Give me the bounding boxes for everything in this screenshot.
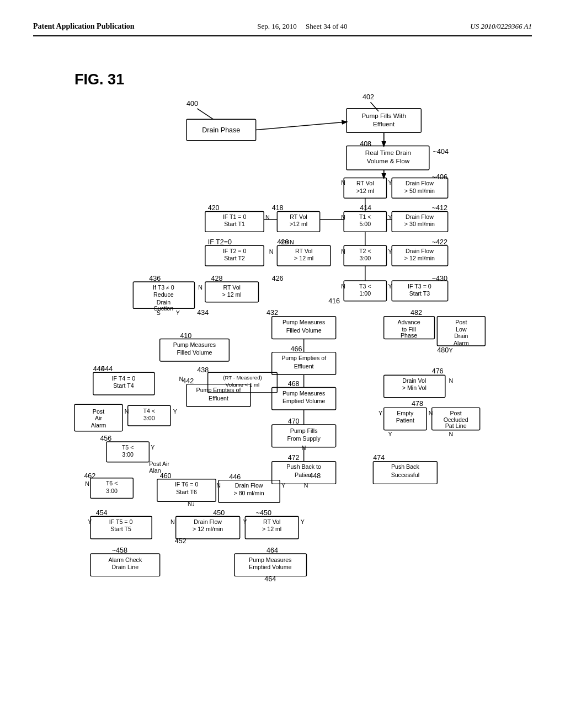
- page: Patent Application Publication Sep. 16, …: [0, 0, 565, 728]
- svg-text:426: 426: [277, 238, 289, 246]
- svg-text:Pump Measures: Pump Measures: [173, 341, 216, 348]
- svg-text:Pump Empties of: Pump Empties of: [281, 355, 326, 361]
- svg-text:RT Vol: RT Vol: [356, 180, 374, 186]
- svg-text:IF T6 = 0: IF T6 = 0: [175, 481, 199, 488]
- svg-text:468: 468: [288, 380, 300, 388]
- svg-text:428: 428: [211, 275, 222, 282]
- svg-text:~450: ~450: [256, 509, 271, 517]
- svg-text:From Supply: From Supply: [287, 435, 321, 442]
- svg-text:Post Air: Post Air: [149, 461, 169, 467]
- svg-text:Drain Phase: Drain Phase: [202, 126, 240, 134]
- svg-text:3:00: 3:00: [122, 451, 134, 458]
- svg-text:Reduce: Reduce: [153, 291, 174, 298]
- svg-text:Empty: Empty: [397, 410, 414, 416]
- svg-text:Drain: Drain: [454, 333, 468, 339]
- svg-text:N↓: N↓: [188, 500, 195, 507]
- svg-text:Y: Y: [176, 309, 180, 316]
- svg-text:442: 442: [182, 377, 194, 385]
- svg-text:Y: Y: [243, 518, 247, 525]
- svg-text:Drain Vol: Drain Vol: [402, 377, 426, 384]
- svg-text:~406: ~406: [432, 173, 447, 181]
- svg-text:Y: Y: [388, 283, 392, 290]
- svg-text:T5 <: T5 <: [122, 444, 134, 451]
- svg-text:460: 460: [160, 472, 172, 480]
- svg-text:446: 446: [229, 473, 241, 481]
- svg-text:402: 402: [363, 93, 374, 101]
- svg-line-7: [256, 122, 347, 130]
- sheet-info: Sheet 34 of 40: [306, 22, 347, 30]
- svg-text:420: 420: [208, 204, 220, 212]
- svg-text:N: N: [429, 410, 433, 416]
- svg-text:454: 454: [96, 509, 108, 517]
- svg-text:482: 482: [411, 309, 422, 317]
- svg-text:450: 450: [213, 509, 225, 517]
- svg-text:Volume & Flow: Volume & Flow: [367, 157, 410, 164]
- svg-text:Drain Flow: Drain Flow: [194, 518, 222, 525]
- svg-text:Y: Y: [388, 179, 392, 186]
- svg-text:IF T5 = 0: IF T5 = 0: [109, 518, 133, 525]
- svg-text:Patient: Patient: [396, 417, 414, 424]
- svg-text:Push Back: Push Back: [391, 463, 419, 470]
- svg-text:448: 448: [309, 472, 321, 480]
- svg-text:N: N: [216, 482, 221, 489]
- svg-text:Y: Y: [449, 347, 453, 354]
- svg-text:432: 432: [266, 309, 278, 317]
- svg-text:T1 <: T1 <: [359, 213, 371, 220]
- svg-text:Start T4: Start T4: [113, 382, 134, 389]
- svg-text:472: 472: [288, 454, 300, 462]
- svg-text:If T3 ≠ 0: If T3 ≠ 0: [153, 284, 174, 291]
- svg-text:Pump Measures: Pump Measures: [282, 319, 325, 325]
- publication-date-sheet: Sep. 16, 2010 Sheet 34 of 40: [257, 22, 347, 31]
- svg-text:Y: Y: [379, 410, 382, 416]
- svg-text:~404: ~404: [433, 148, 449, 156]
- svg-text:IF T2=0: IF T2=0: [208, 238, 232, 246]
- svg-text:464: 464: [264, 575, 276, 583]
- svg-text:Low: Low: [456, 326, 467, 333]
- svg-text:> 30 ml/min: > 30 ml/min: [404, 221, 435, 227]
- svg-text:N: N: [341, 283, 345, 290]
- svg-text:436: 436: [149, 275, 161, 282]
- svg-text:IF T2 = 0: IF T2 = 0: [223, 248, 247, 254]
- svg-text:Start T6: Start T6: [176, 489, 197, 495]
- svg-text:~458: ~458: [112, 547, 127, 554]
- svg-text:Filled Volume: Filled Volume: [177, 349, 212, 356]
- svg-text:456: 456: [100, 435, 111, 442]
- svg-text:> 50 ml/min: > 50 ml/min: [404, 188, 435, 194]
- svg-text:Y: Y: [388, 248, 392, 255]
- svg-text:T3 <: T3 <: [359, 283, 371, 290]
- svg-text:480: 480: [437, 346, 449, 354]
- svg-text:Emptied Volume: Emptied Volume: [282, 398, 325, 404]
- svg-text:Volume < 1 ml: Volume < 1 ml: [226, 382, 259, 388]
- svg-text:Y: Y: [388, 431, 392, 437]
- svg-text:N: N: [449, 377, 454, 384]
- svg-text:Filled Volume: Filled Volume: [286, 327, 322, 334]
- svg-text:Drain Flow: Drain Flow: [406, 248, 434, 254]
- svg-text:416: 416: [328, 297, 340, 305]
- svg-text:T6 <: T6 <: [106, 480, 118, 486]
- svg-text:>12 ml: >12 ml: [290, 221, 307, 227]
- svg-text:> 12 ml: > 12 ml: [222, 291, 242, 298]
- flowchart-svg: FIG. 31 400 402 Drain Phase Pump Fills W…: [33, 42, 532, 682]
- svg-text:~430: ~430: [432, 275, 447, 282]
- svg-text:Pat Line: Pat Line: [445, 422, 467, 429]
- svg-text:(RT - Measured): (RT - Measured): [223, 374, 262, 381]
- svg-text:N: N: [170, 518, 175, 525]
- svg-text:Y: Y: [173, 408, 177, 415]
- svg-text:T2 <: T2 <: [359, 248, 371, 254]
- svg-text:Post: Post: [93, 408, 104, 415]
- svg-text:3:00: 3:00: [106, 488, 118, 494]
- patent-number: US 2010/0229366 A1: [470, 22, 532, 31]
- svg-text:N: N: [269, 248, 274, 255]
- svg-text:RT Vol: RT Vol: [295, 248, 313, 254]
- svg-text:Y: Y: [151, 444, 154, 451]
- svg-text:Y: Y: [301, 518, 305, 525]
- svg-text:Effluent: Effluent: [209, 395, 228, 402]
- svg-text:IF T1 = 0: IF T1 = 0: [223, 213, 247, 220]
- svg-text:Alarm Check: Alarm Check: [108, 556, 142, 563]
- svg-text:Start T2: Start T2: [224, 255, 245, 261]
- svg-text:Air: Air: [95, 415, 102, 421]
- svg-text:478: 478: [412, 400, 423, 408]
- svg-text:440: 440: [93, 365, 105, 373]
- svg-text:408: 408: [360, 140, 371, 148]
- svg-text:Drain Flow: Drain Flow: [235, 482, 263, 489]
